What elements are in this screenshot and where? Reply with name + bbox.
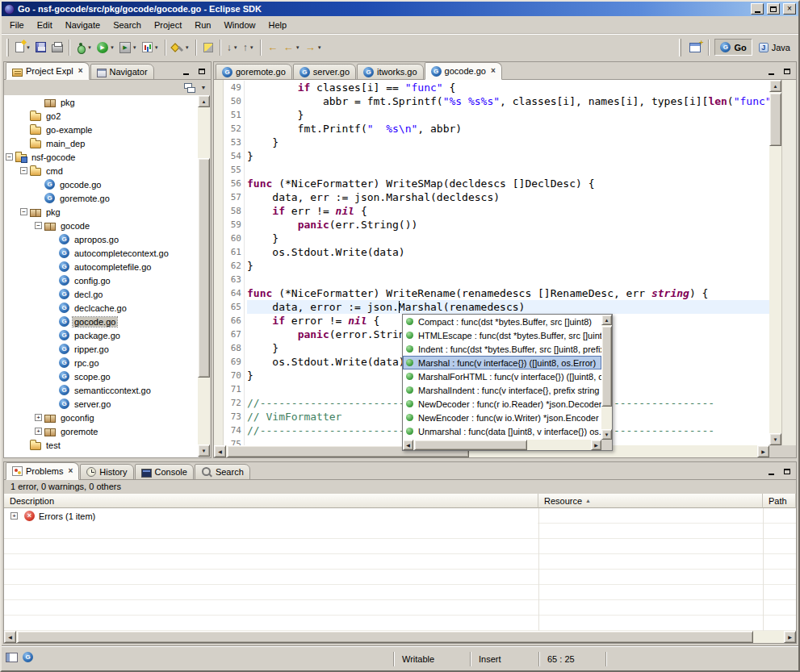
expander-icon[interactable]: + — [35, 428, 42, 435]
title-bar[interactable]: Go - nsf-gocode/src/pkg/gocode/gocode.go… — [2, 2, 798, 16]
close-icon[interactable]: × — [68, 467, 73, 475]
minimize-view-button[interactable] — [179, 65, 192, 77]
menu-file[interactable]: File — [3, 17, 31, 33]
tree-item-apropos-go[interactable]: Gapropos.go — [4, 232, 199, 246]
perspective-go-button[interactable]: GGo — [714, 39, 752, 56]
tree-item-semanticcontext-go[interactable]: Gsemanticcontext.go — [4, 383, 199, 397]
completion-item[interactable]: MarshalForHTML : func(v interface{}) ([]… — [403, 369, 601, 383]
completion-item[interactable]: HTMLEscape : func(dst *bytes.Buffer, src… — [403, 328, 601, 342]
minimize-button[interactable] — [751, 3, 764, 15]
profile-button[interactable]: ▼ — [140, 39, 161, 56]
expander-icon[interactable]: − — [20, 167, 27, 174]
problems-hscrollbar[interactable]: ◀ ▶ — [4, 631, 796, 643]
column-header-resource[interactable]: Resource▲ — [538, 494, 763, 508]
tree-item-scope-go[interactable]: Gscope.go — [4, 369, 199, 383]
completion-item[interactable]: Unmarshal : func(data []uint8, v interfa… — [403, 424, 601, 438]
mark-occurrences-button[interactable] — [200, 39, 216, 56]
scroll-left-button[interactable]: ◀ — [403, 440, 413, 450]
expander-icon[interactable]: + — [10, 512, 18, 520]
perspective-bar-handle[interactable] — [679, 39, 681, 56]
column-header-path[interactable]: Path — [763, 494, 796, 508]
expander-icon[interactable]: + — [35, 414, 42, 421]
view-tab-project-expl[interactable]: Project Expl× — [6, 62, 90, 80]
dropdown-icon[interactable]: ▼ — [87, 45, 92, 50]
tree-item-main-dep[interactable]: main_dep — [4, 136, 199, 150]
view-tab-console[interactable]: Console — [135, 464, 194, 480]
dropdown-icon[interactable]: ▼ — [295, 45, 300, 50]
menu-search[interactable]: Search — [107, 17, 148, 33]
scroll-right-button[interactable]: ▶ — [784, 631, 796, 643]
tree-item-gocode-go[interactable]: Ggocode.go — [4, 315, 199, 328]
scroll-thumb[interactable] — [17, 631, 753, 643]
tree-item-decl-go[interactable]: Gdecl.go — [4, 287, 199, 301]
dropdown-icon[interactable]: ▼ — [233, 45, 238, 50]
tree-item-goremote[interactable]: +goremote — [4, 424, 199, 438]
editor-tab-gocode-go[interactable]: Ggocode.go× — [425, 62, 502, 80]
open-perspective-button[interactable] — [687, 39, 703, 56]
tree-item-nsf-gocode[interactable]: −nsf-gocode — [4, 150, 199, 164]
scroll-left-button[interactable]: ◀ — [214, 445, 226, 457]
dropdown-icon[interactable]: ▼ — [154, 45, 159, 50]
maximize-view-button[interactable] — [195, 65, 208, 77]
go-status-icon[interactable]: G — [23, 652, 33, 662]
table-row-errors[interactable]: + × Errors (1 item) — [4, 508, 538, 524]
scroll-up-button[interactable]: ▲ — [601, 315, 612, 325]
last-edit-location-button[interactable]: ← — [265, 39, 281, 56]
run-button[interactable]: ▶▼ — [94, 39, 117, 56]
tree-item-ripper-go[interactable]: Gripper.go — [4, 342, 199, 356]
overview-ruler[interactable] — [781, 80, 796, 445]
scroll-up-button[interactable]: ▲ — [198, 95, 210, 107]
tree-item-server-go[interactable]: Gserver.go — [4, 397, 199, 411]
forward-button[interactable]: →▼ — [303, 39, 325, 56]
view-menu-icon[interactable]: ▼ — [199, 85, 208, 90]
tree-item-autocompletecontext-go[interactable]: Gautocompletecontext.go — [4, 246, 199, 260]
completion-item[interactable]: Marshal : func(v interface{}) ([]uint8, … — [403, 356, 601, 369]
scroll-thumb[interactable] — [414, 440, 527, 450]
perspective-java-button[interactable]: JJava — [754, 40, 795, 55]
toolbar-handle[interactable] — [6, 39, 9, 56]
minimize-view-button[interactable] — [764, 65, 777, 77]
menu-help[interactable]: Help — [262, 17, 294, 33]
tree-item-rpc-go[interactable]: Grpc.go — [4, 356, 199, 369]
menu-navigate[interactable]: Navigate — [59, 17, 107, 33]
new-wizard-button[interactable]: ▼ — [13, 39, 33, 56]
completion-item[interactable]: NewEncoder : func(w io.Writer) *json.Enc… — [403, 411, 601, 424]
editor-tab-server-go[interactable]: Gserver.go — [293, 64, 356, 80]
tree-item-declcache-go[interactable]: Gdeclcache.go — [4, 301, 199, 315]
tree-item-cmd[interactable]: −cmd — [4, 164, 199, 177]
scroll-down-button[interactable]: ▼ — [769, 433, 781, 445]
next-annotation-button[interactable]: ↓▼ — [224, 39, 241, 56]
maximize-view-button[interactable] — [781, 465, 794, 477]
scroll-right-button[interactable]: ▶ — [591, 440, 601, 450]
scroll-down-button[interactable]: ▼ — [601, 429, 612, 440]
view-tab-search[interactable]: Search — [195, 464, 250, 480]
tree-item-package-go[interactable]: Gpackage.go — [4, 328, 199, 342]
completion-item[interactable]: MarshalIndent : func(v interface{}, pref… — [403, 383, 601, 397]
tree-item-gocode[interactable]: −gocode — [4, 219, 199, 232]
dropdown-icon[interactable]: ▼ — [249, 45, 254, 50]
print-button[interactable] — [49, 39, 65, 56]
tree-item-pkg[interactable]: −pkg — [4, 205, 199, 219]
tree-item-gocode-go[interactable]: Ggocode.go — [4, 177, 199, 191]
save-button[interactable] — [33, 39, 49, 56]
dropdown-icon[interactable]: ▼ — [317, 45, 322, 50]
completion-item[interactable]: Compact : func(dst *bytes.Buffer, src []… — [403, 315, 601, 328]
tree-item-goremote-go[interactable]: Ggoremote.go — [4, 191, 199, 205]
column-header-description[interactable]: Description — [4, 494, 538, 508]
scroll-down-button[interactable]: ▼ — [198, 445, 210, 457]
scroll-thumb[interactable] — [198, 158, 210, 378]
popup-hscrollbar[interactable]: ◀ ▶ — [403, 440, 601, 450]
expander-icon[interactable]: − — [35, 222, 42, 229]
menu-edit[interactable]: Edit — [31, 17, 59, 33]
fast-view-dock-icon[interactable] — [6, 653, 18, 662]
project-tree-vscrollbar[interactable]: ▲ ▼ — [198, 95, 210, 457]
tree-item-go2[interactable]: go2 — [4, 109, 199, 123]
open-search-button[interactable]: ▼ — [170, 39, 192, 56]
maximize-view-button[interactable] — [781, 65, 794, 77]
scroll-thumb[interactable] — [769, 93, 781, 146]
close-icon[interactable]: × — [78, 67, 83, 75]
tree-item-test[interactable]: test — [4, 438, 199, 452]
previous-annotation-button[interactable]: ↑▼ — [241, 39, 257, 56]
debug-button[interactable]: ▼ — [73, 39, 94, 56]
tree-item-autocompletefile-go[interactable]: Gautocompletefile.go — [4, 260, 199, 273]
